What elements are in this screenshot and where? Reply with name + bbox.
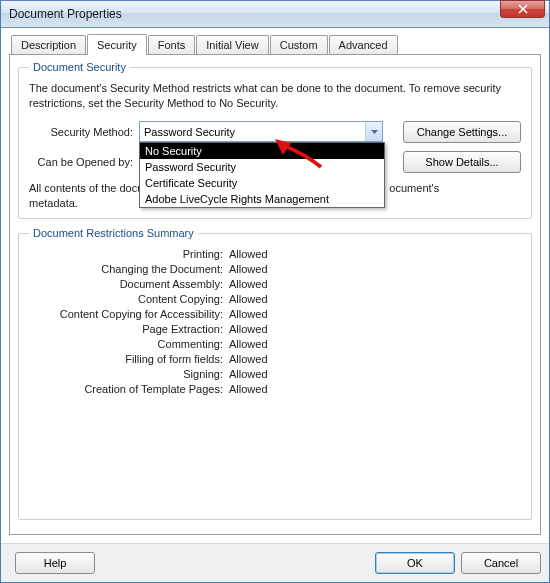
close-icon <box>518 4 528 14</box>
dialog-footer: Help OK Cancel <box>1 543 549 582</box>
restriction-row: Page Extraction:Allowed <box>29 323 521 335</box>
security-method-label: Security Method: <box>29 126 139 138</box>
security-method-dropdown[interactable]: No Security Password Security Certificat… <box>139 142 385 208</box>
tab-page-security: Document Security The document's Securit… <box>9 54 541 535</box>
restriction-row: Creation of Template Pages:Allowed <box>29 383 521 395</box>
group-document-security-title: Document Security <box>29 61 130 73</box>
window-title: Document Properties <box>9 7 500 21</box>
restriction-row: Filling of form fields:Allowed <box>29 353 521 365</box>
group-document-security: Document Security The document's Securit… <box>18 61 532 219</box>
row-security-method: Security Method: Password Security No Se… <box>29 121 521 143</box>
option-certificate-security[interactable]: Certificate Security <box>140 175 384 191</box>
tabs: Description Security Fonts Initial View … <box>11 34 541 54</box>
tab-security[interactable]: Security <box>87 34 147 55</box>
close-button[interactable] <box>500 0 545 18</box>
tab-fonts[interactable]: Fonts <box>148 35 196 54</box>
security-description: The document's Security Method restricts… <box>29 81 521 111</box>
restriction-row: Content Copying for Accessibility:Allowe… <box>29 308 521 320</box>
restriction-row: Commenting:Allowed <box>29 338 521 350</box>
chevron-down-icon <box>371 130 378 134</box>
change-settings-button[interactable]: Change Settings... <box>403 121 521 143</box>
option-no-security[interactable]: No Security <box>140 143 384 159</box>
restrictions-list: Printing:Allowed Changing the Document:A… <box>29 248 521 395</box>
tab-advanced[interactable]: Advanced <box>329 35 398 54</box>
titlebar: Document Properties <box>1 0 549 28</box>
client-area: Description Security Fonts Initial View … <box>1 28 549 543</box>
show-details-button[interactable]: Show Details... <box>403 151 521 173</box>
combobox-button[interactable] <box>365 122 382 141</box>
opened-by-label: Can be Opened by: <box>29 156 139 168</box>
security-method-combobox[interactable]: Password Security No Security Password S… <box>139 121 383 142</box>
restriction-row: Signing:Allowed <box>29 368 521 380</box>
cancel-button[interactable]: Cancel <box>461 552 541 574</box>
restriction-row: Document Assembly:Allowed <box>29 278 521 290</box>
tab-custom[interactable]: Custom <box>270 35 328 54</box>
ok-button[interactable]: OK <box>375 552 455 574</box>
group-restrictions-title: Document Restrictions Summary <box>29 227 198 239</box>
restriction-row: Changing the Document:Allowed <box>29 263 521 275</box>
option-livecycle-rights[interactable]: Adobe LiveCycle Rights Management <box>140 191 384 207</box>
option-password-security[interactable]: Password Security <box>140 159 384 175</box>
restriction-row: Printing:Allowed <box>29 248 521 260</box>
dialog-window: Document Properties Description Security… <box>0 0 550 583</box>
security-method-value: Password Security <box>144 126 365 138</box>
help-button[interactable]: Help <box>15 552 95 574</box>
tab-description[interactable]: Description <box>11 35 86 54</box>
group-restrictions: Document Restrictions Summary Printing:A… <box>18 227 532 520</box>
restriction-row: Content Copying:Allowed <box>29 293 521 305</box>
tab-initial-view[interactable]: Initial View <box>196 35 268 54</box>
